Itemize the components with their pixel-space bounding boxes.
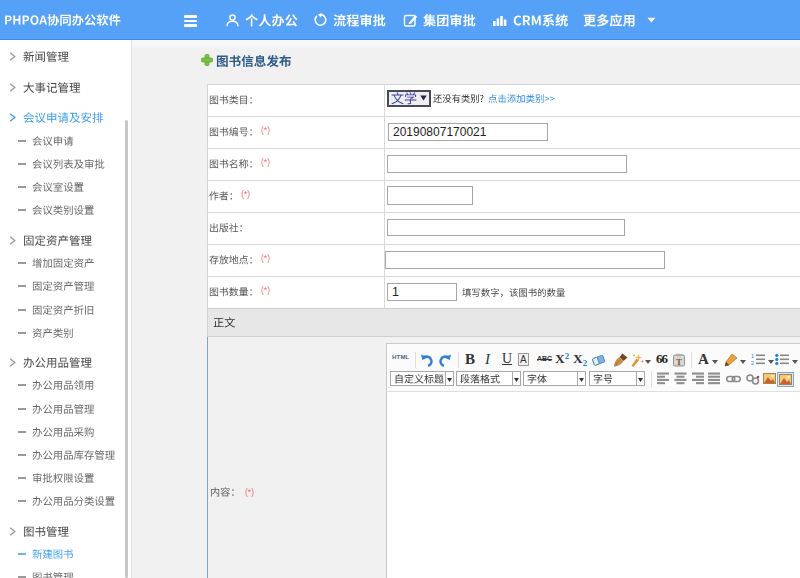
svg-text:T: T <box>676 356 682 366</box>
svg-text:2: 2 <box>751 360 754 366</box>
svg-text:1: 1 <box>751 353 754 359</box>
